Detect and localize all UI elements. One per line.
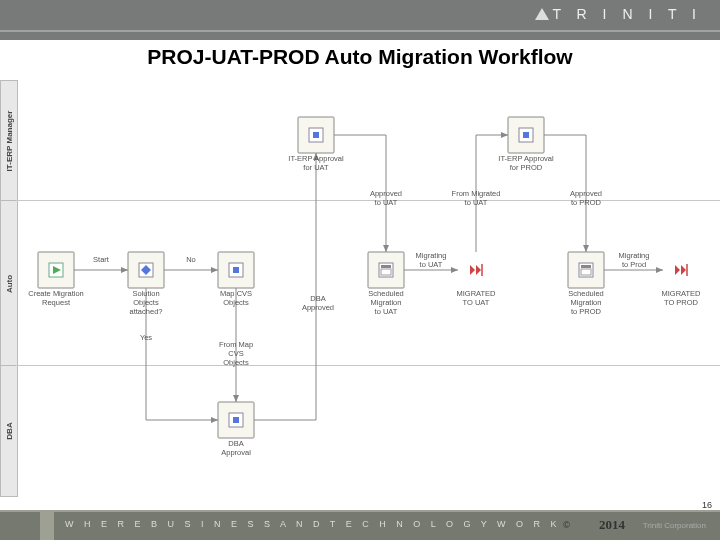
svg-rect-20	[523, 132, 529, 138]
node-itprod: IT-ERP Approvalfor PROD	[498, 117, 554, 172]
edge-label: Migrating	[416, 251, 447, 260]
node-label: DBA	[228, 439, 243, 448]
node-label: MIGRATED	[661, 289, 701, 298]
footer-stripe	[0, 510, 720, 512]
edge-label: Approved	[370, 189, 402, 198]
footer-bar: W H E R E B U S I N E S S A N D T E C H …	[0, 510, 720, 540]
node-label: Solution	[132, 289, 159, 298]
node-label: Map CVS	[220, 289, 252, 298]
brand-text: T R I N I T I	[552, 6, 702, 22]
square-icon	[309, 128, 323, 142]
edge-label: to UAT	[420, 260, 443, 269]
node-label: Scheduled	[368, 289, 403, 298]
node-label: to UAT	[375, 307, 398, 316]
end-icon	[470, 264, 482, 276]
start-icon	[49, 263, 63, 277]
end-icon	[675, 264, 687, 276]
header-bar: T R I N I T I	[0, 0, 720, 40]
swimlane-label: IT-ERP Manager	[5, 111, 14, 172]
swimlane-label: DBA	[5, 422, 14, 439]
node-label: to PROD	[571, 307, 602, 316]
triangle-icon	[535, 8, 549, 20]
node-label: Migration	[571, 298, 602, 307]
edge-label: to PROD	[571, 198, 602, 207]
page-title: PROJ-UAT-PROD Auto Migration Workflow	[0, 45, 720, 69]
edge-label: Migrating	[619, 251, 650, 260]
node-label: IT-ERP Approval	[498, 154, 554, 163]
node-scheduat: ScheduledMigrationto UAT	[368, 252, 404, 316]
brand-logo: T R I N I T I	[535, 6, 702, 22]
square-icon	[229, 413, 243, 427]
edge-label: to UAT	[375, 198, 398, 207]
node-label: for PROD	[510, 163, 543, 172]
edge-label: to Prod	[622, 260, 646, 269]
footer-company: Triniti Corporation	[643, 521, 706, 530]
node-label: Objects	[223, 298, 249, 307]
edge-label: DBA	[310, 294, 325, 303]
footer-accent-bar	[40, 510, 54, 540]
node-miguat: MIGRATEDTO UAT	[456, 264, 496, 307]
footer-slogan: W H E R E B U S I N E S S A N D T E C H …	[65, 519, 561, 529]
svg-rect-12	[313, 132, 319, 138]
edge-label: Approved	[302, 303, 334, 312]
square-icon	[519, 128, 533, 142]
edge-label: Objects	[223, 358, 249, 367]
node-dbaapp: DBAApproval	[218, 402, 254, 457]
node-label: Create Migration	[28, 289, 83, 298]
node-label: TO UAT	[463, 298, 490, 307]
node-schedprod: ScheduledMigrationto PROD	[568, 252, 604, 316]
node-label: Approval	[221, 448, 251, 457]
swimlane-label: Auto	[5, 274, 14, 292]
square-icon	[229, 263, 243, 277]
workflow-svg: StartNoYesFrom MapCVSObjectsDBAApprovedA…	[16, 80, 720, 505]
edge-label: Start	[93, 255, 110, 264]
edge-label: From Migrated	[452, 189, 501, 198]
page-number: 16	[700, 500, 714, 510]
node-label: TO PROD	[664, 298, 699, 307]
decision-icon	[139, 263, 153, 277]
edge-label: Approved	[570, 189, 602, 198]
node-label: Scheduled	[568, 289, 603, 298]
node-label: for UAT	[303, 163, 329, 172]
node-mapcvs: Map CVSObjects	[218, 252, 254, 307]
node-create: Create MigrationRequest	[28, 252, 83, 307]
edge-label: to UAT	[465, 198, 488, 207]
header-stripe	[0, 30, 720, 32]
node-label: Migration	[371, 298, 402, 307]
svg-rect-15	[381, 265, 391, 268]
node-migprod: MIGRATEDTO PROD	[661, 264, 701, 307]
edge-label: CVS	[228, 349, 243, 358]
node-label: IT-ERP Approval	[288, 154, 344, 163]
node-label: MIGRATED	[456, 289, 496, 298]
node-label: attached?	[130, 307, 163, 316]
edge-dbaapp-ituat	[254, 153, 316, 420]
sched-icon	[379, 263, 393, 277]
sched-icon	[579, 263, 593, 277]
node-label: Objects	[133, 298, 159, 307]
node-label: Request	[42, 298, 71, 307]
node-solobj: SolutionObjectsattached?	[128, 252, 164, 316]
svg-rect-9	[233, 417, 239, 423]
copyright-symbol: ©	[563, 520, 570, 530]
footer-year: 2014	[599, 517, 625, 533]
diagram-stage: IT-ERP ManagerAutoDBA StartNoYesFrom Map…	[0, 80, 720, 505]
svg-rect-6	[233, 267, 239, 273]
edge-label: From Map	[219, 340, 253, 349]
edge-label: Yes	[140, 333, 152, 342]
svg-rect-23	[581, 265, 591, 268]
node-ituat: IT-ERP Approvalfor UAT	[288, 117, 344, 172]
edge-label: No	[186, 255, 196, 264]
